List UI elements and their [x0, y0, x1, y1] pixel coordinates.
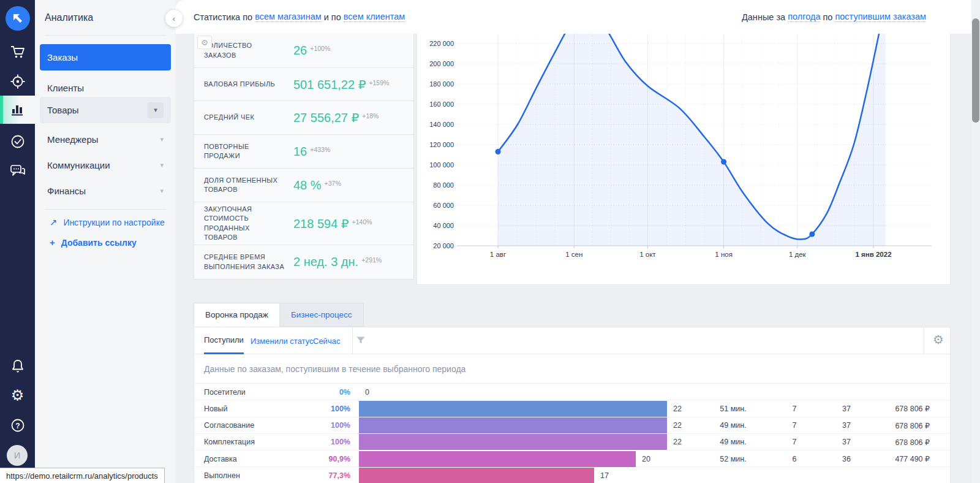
static-text: по: [820, 12, 835, 22]
top-bar: Статистика по всем магазинам и по всем к…: [176, 0, 980, 34]
all-clients-filter-link[interactable]: всем клиентам: [344, 12, 405, 22]
kpi-value: 26+100%: [293, 44, 330, 58]
rail-item-orders[interactable]: [0, 38, 35, 66]
orders-trend-chart[interactable]: 20 00040 00060 00080 000100 000120 00014…: [417, 34, 951, 285]
tab-business-process[interactable]: Бизнес-процесс: [280, 303, 364, 327]
svg-text:20 000: 20 000: [433, 242, 454, 249]
svg-text:1 авг: 1 авг: [490, 251, 506, 258]
tab-sales-funnel[interactable]: Воронка продаж: [194, 303, 280, 327]
kpi-value: 48 %+37%: [293, 178, 341, 192]
stage-label: Новый: [204, 400, 228, 417]
kpi-label: ПОВТОРНЫЕ ПРОДАЖИ: [204, 142, 285, 161]
order-type-filter-link[interactable]: поступившим заказам: [835, 12, 926, 22]
subtab-received[interactable]: Поступили: [204, 327, 244, 354]
stage-label: Комплектация: [204, 434, 255, 451]
kpi-value: 218 594 ₽+140%: [293, 216, 372, 231]
funnel-row-completed: Выполнен 77,3% 17: [194, 467, 950, 483]
svg-text:1 дек: 1 дек: [789, 251, 807, 258]
stage-metric-1: 7: [776, 400, 813, 417]
setup-instructions-link[interactable]: ↗ Инструкции по настройке: [50, 217, 165, 228]
check-circle-icon: [10, 134, 26, 150]
stage-count: 20: [642, 455, 650, 463]
all-shops-filter-link[interactable]: всем магазинам: [255, 12, 322, 22]
subtab-now[interactable]: Сейчас: [313, 327, 340, 354]
sidebar-item-communications[interactable]: Коммуникации ▾: [40, 152, 171, 178]
period-scope-text: Данные за полгода по поступившим заказам: [742, 0, 926, 34]
funnel-settings-button[interactable]: ⚙: [933, 332, 944, 347]
scrollbar-thumb[interactable]: [972, 18, 979, 123]
kpi-settings-button[interactable]: ⚙: [197, 36, 212, 49]
period-filter-link[interactable]: полгода: [788, 12, 820, 22]
filter-button[interactable]: [356, 335, 366, 348]
kpi-label: СРЕДНЕЕ ВРЕМЯ ВЫПОЛНЕНИЯ ЗАКАЗА: [204, 253, 285, 272]
sidebar-item-label: Коммуникации: [47, 160, 110, 170]
bell-icon: [10, 359, 25, 375]
sidebar-item-products[interactable]: Товары ▾: [40, 97, 171, 123]
stage-count: 17: [600, 471, 609, 480]
logo-arrow-icon: [11, 12, 24, 25]
icon-rail: ⚙ ? И: [0, 0, 35, 483]
funnel-row-new: Новый 100% 22 51 мин. 7 37 678 806 ₽: [194, 400, 950, 417]
main-content: Статистика по всем магазинам и по всем к…: [176, 0, 980, 483]
svg-text:100 000: 100 000: [429, 161, 454, 169]
stage-bar[interactable]: [359, 401, 667, 417]
sidebar-collapse-button[interactable]: ‹: [165, 10, 183, 27]
user-avatar[interactable]: И: [7, 445, 28, 466]
rail-item-analytics[interactable]: [0, 96, 35, 124]
dropdown-button[interactable]: ▾: [148, 102, 164, 118]
kpi-delta: +433%: [310, 146, 330, 153]
stage-count: 22: [673, 421, 682, 430]
chevron-down-icon: ▾: [160, 161, 164, 169]
rail-item-chats[interactable]: [0, 157, 35, 185]
rail-item-tasks[interactable]: [0, 127, 35, 156]
link-label: Добавить ссылку: [61, 238, 137, 248]
retailcrm-logo[interactable]: [6, 6, 30, 31]
kpi-summary-card: ⚙ КОЛИЧЕСТВО ЗАКАЗОВ 26+100% ВАЛОВАЯ ПРИ…: [194, 34, 414, 280]
divider: [924, 327, 924, 354]
static-text: Статистика по: [194, 12, 255, 22]
funnel-row-delivery: Доставка 90,9% 20 52 мин. 6 36 477 490 ₽: [194, 451, 950, 467]
kpi-value: 2 нед. 3 дн.+291%: [293, 255, 382, 269]
kpi-row: СРЕДНИЙ ЧЕК 27 556,27 ₽+18%: [194, 101, 413, 135]
sidebar-item-label: Финансы: [47, 186, 86, 196]
stage-bar[interactable]: [359, 468, 594, 483]
svg-text:1 янв 2022: 1 янв 2022: [855, 251, 891, 258]
chevron-left-icon: ‹: [173, 14, 175, 23]
funnel-description: Данные по заказам, поступившим в течение…: [204, 354, 950, 383]
rail-item-help[interactable]: ?: [0, 411, 35, 439]
stage-avg-time: 51 мин.: [696, 400, 770, 417]
sidebar-title: Аналитика: [45, 12, 93, 23]
svg-text:40 000: 40 000: [433, 222, 454, 229]
funnel-table: Посетители 0% 0 Новый 100% 22 51 мин. 7 …: [194, 384, 950, 483]
subtab-changed-status[interactable]: Изменили статус: [251, 327, 314, 354]
sidebar-item-finances[interactable]: Финансы ▾: [40, 178, 171, 204]
stage-amount: 477 490 ₽: [895, 451, 930, 467]
stage-bar[interactable]: [359, 451, 636, 467]
stage-label: Посетители: [204, 384, 246, 400]
bar-chart-icon: [10, 103, 25, 116]
rail-item-notifications[interactable]: [0, 352, 35, 381]
sidebar-item-orders[interactable]: Заказы: [40, 44, 171, 70]
analytics-sidebar: Аналитика Заказы Клиенты Товары ▾ Менедж…: [35, 0, 176, 483]
svg-text:160 000: 160 000: [429, 101, 454, 108]
stage-avg-time: 49 мин.: [696, 434, 770, 451]
stage-metric-1: 6: [776, 451, 813, 467]
funnel-tab-bar: Воронка продаж Бизнес-процесс: [194, 303, 364, 327]
stage-count: 22: [673, 438, 682, 446]
chevron-down-icon: ▾: [160, 135, 164, 143]
sidebar-item-label: Клиенты: [47, 83, 84, 93]
add-link-button[interactable]: + Добавить ссылку: [50, 237, 137, 248]
stage-metric-2: [825, 467, 868, 483]
chevron-down-icon: ▾: [154, 106, 157, 114]
svg-text:180 000: 180 000: [429, 80, 454, 88]
rail-item-customers[interactable]: [0, 67, 35, 96]
rail-item-settings[interactable]: ⚙: [0, 381, 35, 409]
filter-funnel-icon: [356, 335, 366, 345]
stage-bar[interactable]: [359, 434, 667, 450]
stage-percent: 100%: [311, 417, 350, 434]
kpi-delta: +291%: [361, 256, 382, 264]
svg-text:140 000: 140 000: [429, 121, 454, 128]
stage-bar[interactable]: [359, 417, 667, 433]
stage-metric-1: [776, 384, 813, 400]
sidebar-item-managers[interactable]: Менеджеры ▾: [40, 126, 171, 153]
